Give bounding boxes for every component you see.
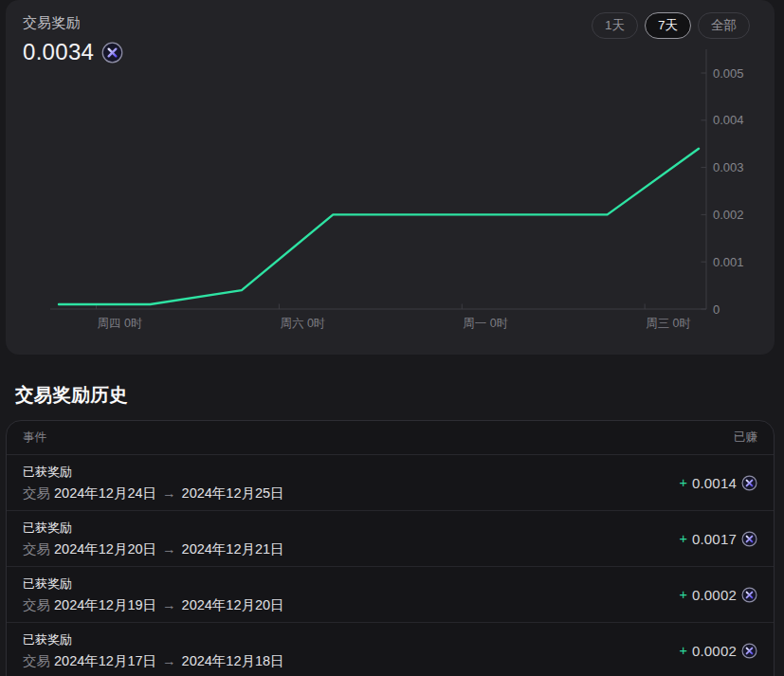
trade-label: 交易 [23, 597, 50, 612]
reward-amount: 0.0002 [692, 587, 737, 603]
history-row[interactable]: 已获奖励 交易 2024年12月17日 → 2024年12月18日 + 0.00… [7, 623, 774, 676]
date-to: 2024年12月25日 [182, 485, 284, 501]
column-earned: 已赚 [734, 429, 757, 446]
svg-text:0.002: 0.002 [713, 208, 744, 222]
svg-text:周一 0时: 周一 0时 [463, 317, 508, 330]
table-header: 事件 已赚 [7, 421, 774, 455]
reward-amount: 0.0002 [692, 643, 737, 659]
date-from: 2024年12月20日 [54, 541, 156, 557]
trade-label: 交易 [23, 485, 50, 501]
rewards-chart-card: 交易奖励 0.0034 1天7天全部 00.0010.0020.0030.004… [6, 0, 775, 355]
rewards-history-table: 事件 已赚 已获奖励 交易 2024年12月24日 → 2024年12月25日 … [6, 420, 775, 676]
history-rows: 已获奖励 交易 2024年12月24日 → 2024年12月25日 + 0.00… [7, 455, 774, 676]
plus-sign: + [679, 475, 686, 490]
date-from: 2024年12月19日 [54, 597, 156, 612]
history-row[interactable]: 已获奖励 交易 2024年12月24日 → 2024年12月25日 + 0.00… [7, 455, 774, 511]
x-token-icon [741, 475, 757, 491]
trade-label: 交易 [23, 541, 50, 557]
svg-text:周六 0时: 周六 0时 [280, 317, 325, 330]
svg-text:0.005: 0.005 [713, 66, 744, 81]
reward-row-dates: 交易 2024年12月17日 → 2024年12月18日 [23, 652, 284, 670]
reward-amount: 0.0014 [692, 475, 737, 491]
plus-sign: + [679, 587, 686, 602]
arrow-right-icon: → [160, 485, 178, 501]
reward-amount-group: + 0.0014 [679, 475, 757, 491]
reward-row-title: 已获奖励 [23, 520, 284, 537]
date-to: 2024年12月21日 [182, 541, 284, 557]
svg-text:0: 0 [713, 302, 720, 317]
plus-sign: + [679, 531, 686, 546]
trade-label: 交易 [23, 653, 50, 668]
date-from: 2024年12月24日 [54, 485, 156, 501]
svg-text:0.004: 0.004 [713, 113, 744, 127]
date-from: 2024年12月17日 [54, 653, 156, 668]
plus-sign: + [679, 643, 686, 658]
reward-row-dates: 交易 2024年12月19日 → 2024年12月20日 [23, 596, 284, 614]
arrow-right-icon: → [160, 653, 178, 668]
reward-row-dates: 交易 2024年12月24日 → 2024年12月25日 [23, 484, 284, 502]
svg-text:周四 0时: 周四 0时 [98, 317, 143, 330]
date-to: 2024年12月18日 [182, 653, 284, 668]
history-section-title: 交易奖励历史 [15, 382, 128, 408]
x-token-icon [741, 587, 757, 603]
history-row[interactable]: 已获奖励 交易 2024年12月20日 → 2024年12月21日 + 0.00… [7, 511, 774, 567]
reward-row-dates: 交易 2024年12月20日 → 2024年12月21日 [23, 540, 284, 558]
reward-amount: 0.0017 [692, 531, 737, 547]
svg-text:0.003: 0.003 [713, 160, 744, 174]
reward-row-title: 已获奖励 [23, 576, 284, 593]
svg-text:0.001: 0.001 [713, 255, 744, 269]
reward-amount-group: + 0.0002 [679, 587, 757, 603]
svg-text:周三 0时: 周三 0时 [646, 317, 691, 330]
history-row[interactable]: 已获奖励 交易 2024年12月19日 → 2024年12月20日 + 0.00… [7, 567, 774, 623]
x-token-icon [741, 643, 757, 659]
reward-row-title: 已获奖励 [23, 631, 284, 649]
column-event: 事件 [23, 429, 46, 446]
rewards-line-chart[interactable]: 00.0010.0020.0030.0040.005周四 0时周六 0时周一 0… [6, 0, 775, 355]
reward-amount-group: + 0.0017 [679, 531, 757, 547]
date-to: 2024年12月20日 [182, 597, 284, 612]
x-token-icon [741, 531, 757, 547]
reward-amount-group: + 0.0002 [679, 643, 757, 659]
arrow-right-icon: → [160, 597, 178, 612]
arrow-right-icon: → [160, 541, 178, 557]
reward-row-title: 已获奖励 [23, 464, 284, 481]
